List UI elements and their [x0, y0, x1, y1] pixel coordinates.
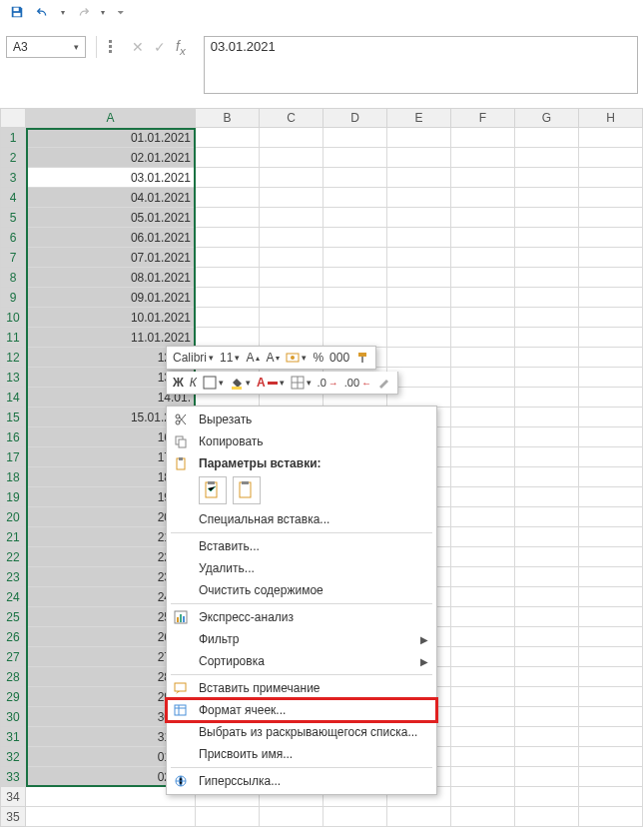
- cell-G15[interactable]: [515, 408, 579, 427]
- cell-F1[interactable]: [451, 128, 515, 148]
- italic-button[interactable]: К: [190, 376, 197, 390]
- cell-E6[interactable]: [387, 228, 451, 248]
- cell-G3[interactable]: [515, 168, 579, 188]
- ctx-sort[interactable]: Сортировка ▶: [167, 650, 436, 672]
- col-header-G[interactable]: G: [515, 108, 579, 128]
- cell-H22[interactable]: [579, 547, 643, 567]
- cell-F35[interactable]: [451, 807, 515, 827]
- ctx-insert-comment[interactable]: Вставить примечание: [167, 677, 436, 699]
- cell-D6[interactable]: [323, 228, 387, 248]
- cell-G22[interactable]: [515, 547, 579, 567]
- cell-D11[interactable]: [323, 328, 387, 348]
- cancel-icon[interactable]: ✕: [132, 39, 144, 55]
- cell-H29[interactable]: [579, 687, 643, 707]
- row-header-31[interactable]: 31: [0, 727, 26, 747]
- col-header-E[interactable]: E: [387, 108, 451, 128]
- row-header-27[interactable]: 27: [0, 647, 26, 667]
- cell-D9[interactable]: [323, 288, 387, 308]
- cell-G20[interactable]: [515, 507, 579, 527]
- cell-H35[interactable]: [579, 807, 643, 827]
- cell-H5[interactable]: [579, 208, 643, 228]
- cell-H8[interactable]: [579, 268, 643, 288]
- cell-E9[interactable]: [387, 288, 451, 308]
- cell-B6[interactable]: [196, 228, 260, 248]
- fill-color-button[interactable]: ▾: [230, 376, 251, 390]
- formula-input[interactable]: 03.01.2021: [204, 36, 638, 94]
- cell-H10[interactable]: [579, 308, 643, 328]
- cell-F4[interactable]: [451, 188, 515, 208]
- row-header-33[interactable]: 33: [0, 767, 26, 787]
- drag-dots[interactable]: [107, 36, 114, 57]
- row-header-3[interactable]: 3: [0, 168, 26, 188]
- cell-G13[interactable]: [515, 368, 579, 388]
- cell-H3[interactable]: [579, 168, 643, 188]
- cell-H21[interactable]: [579, 527, 643, 547]
- cell-B4[interactable]: [196, 188, 260, 208]
- row-header-16[interactable]: 16: [0, 427, 26, 447]
- row-header-12[interactable]: 12: [0, 348, 26, 368]
- cell-G9[interactable]: [515, 288, 579, 308]
- cell-B7[interactable]: [196, 248, 260, 268]
- cell-A8[interactable]: 08.01.2021: [26, 268, 196, 288]
- cell-C1[interactable]: [260, 128, 323, 148]
- ctx-paste-special[interactable]: Специальная вставка...: [167, 508, 436, 530]
- undo-button[interactable]: [32, 2, 54, 22]
- cell-H2[interactable]: [579, 148, 643, 168]
- cell-C9[interactable]: [260, 288, 323, 308]
- name-box[interactable]: A3 ▾: [6, 36, 86, 58]
- ctx-filter[interactable]: Фильтр ▶: [167, 628, 436, 650]
- cell-B1[interactable]: [196, 128, 260, 148]
- cell-H16[interactable]: [579, 427, 643, 447]
- row-header-20[interactable]: 20: [0, 507, 26, 527]
- cell-H27[interactable]: [579, 647, 643, 667]
- cell-F34[interactable]: [451, 787, 515, 807]
- cell-G8[interactable]: [515, 268, 579, 288]
- cell-B8[interactable]: [196, 268, 260, 288]
- col-header-B[interactable]: B: [196, 108, 260, 128]
- cell-C7[interactable]: [260, 248, 323, 268]
- row-header-2[interactable]: 2: [0, 148, 26, 168]
- cell-F10[interactable]: [451, 308, 515, 328]
- row-header-13[interactable]: 13: [0, 368, 26, 388]
- cell-G10[interactable]: [515, 308, 579, 328]
- cell-F9[interactable]: [451, 288, 515, 308]
- cell-F6[interactable]: [451, 228, 515, 248]
- row-header-34[interactable]: 34: [0, 787, 26, 807]
- cell-D7[interactable]: [323, 248, 387, 268]
- cell-F11[interactable]: [451, 328, 515, 348]
- cell-G25[interactable]: [515, 607, 579, 627]
- cell-H28[interactable]: [579, 667, 643, 687]
- cell-G16[interactable]: [515, 427, 579, 447]
- font-name-combo[interactable]: Calibri ▾: [173, 351, 214, 365]
- select-all-corner[interactable]: [0, 108, 26, 128]
- cell-H15[interactable]: [579, 408, 643, 427]
- cell-F23[interactable]: [451, 567, 515, 587]
- cell-G30[interactable]: [515, 707, 579, 727]
- cell-G21[interactable]: [515, 527, 579, 547]
- bold-button[interactable]: Ж: [173, 376, 184, 390]
- ctx-quick-analysis[interactable]: Экспресс-анализ: [167, 606, 436, 628]
- borders-split[interactable]: ▾: [291, 376, 312, 390]
- ctx-insert[interactable]: Вставить...: [167, 535, 436, 557]
- redo-button[interactable]: [72, 2, 94, 22]
- cell-D10[interactable]: [323, 308, 387, 328]
- grow-font-button[interactable]: A▴: [246, 351, 260, 365]
- cell-A4[interactable]: 04.01.2021: [26, 188, 196, 208]
- cell-E35[interactable]: [387, 807, 451, 827]
- col-header-D[interactable]: D: [323, 108, 387, 128]
- cell-A1[interactable]: 01.01.2021: [26, 128, 196, 148]
- cell-C35[interactable]: [260, 807, 323, 827]
- col-header-F[interactable]: F: [451, 108, 515, 128]
- cell-G31[interactable]: [515, 727, 579, 747]
- cell-G33[interactable]: [515, 767, 579, 787]
- row-header-24[interactable]: 24: [0, 587, 26, 607]
- cell-F7[interactable]: [451, 248, 515, 268]
- cell-F30[interactable]: [451, 707, 515, 727]
- ctx-copy[interactable]: Копировать: [167, 430, 436, 452]
- cell-G6[interactable]: [515, 228, 579, 248]
- row-header-18[interactable]: 18: [0, 467, 26, 487]
- shrink-font-button[interactable]: A▾: [266, 351, 280, 365]
- cell-D8[interactable]: [323, 268, 387, 288]
- ctx-hyperlink[interactable]: Гиперссылка...: [167, 770, 436, 792]
- cell-H7[interactable]: [579, 248, 643, 268]
